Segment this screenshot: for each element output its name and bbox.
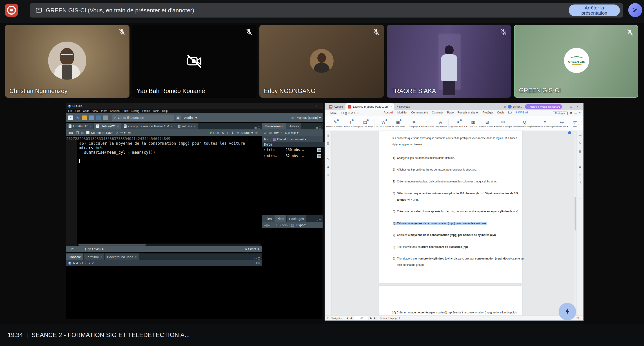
tab-untitled2[interactable]: RUntitled2*× [94, 123, 121, 129]
mobile-icon[interactable]: ▯ [504, 105, 506, 108]
ribbon-tab-accueil[interactable]: Accueil [384, 111, 393, 115]
thumbnails-icon[interactable]: ▤ [327, 142, 329, 145]
signin-label[interactable]: Se con... [513, 105, 522, 108]
share-button[interactable]: Partager [553, 111, 568, 115]
save-all-button[interactable] [96, 115, 101, 120]
collapse-ribbon-icon[interactable]: ⌃ [579, 111, 581, 115]
participant-tile[interactable]: Eddy NGONGANG [260, 25, 384, 98]
menu-item[interactable]: Plots [101, 109, 107, 113]
menu-button[interactable]: ☰ Menu [327, 111, 338, 115]
save-workspace-icon[interactable]: ▥ [269, 131, 272, 135]
source-on-save-checkbox[interactable] [86, 131, 90, 134]
file-type-selector[interactable]: R Script ⇕ [245, 247, 260, 251]
ribbon-ocr[interactable]: ▦OCR PDF [468, 119, 478, 128]
memory-usage[interactable]: 688 MiB ▾ [285, 131, 298, 135]
print-button[interactable] [103, 115, 108, 120]
ribbon-add-image[interactable]: ▤Ajouter une image [358, 119, 372, 128]
snapshot-icon[interactable]: ▭ [579, 189, 581, 192]
ribbon-insert-text[interactable]: TInsérer le texte [346, 119, 356, 128]
last-page-icon[interactable]: ▶| [374, 317, 376, 320]
quick-icons[interactable]: ❒ ▥ ⎙ ↺ ↻ ▾ [341, 111, 359, 115]
tab-environment[interactable]: Environment [262, 123, 286, 129]
scope-selector[interactable]: (Top Level) ⇕ [85, 247, 104, 251]
prev-page-icon[interactable]: ◀ [350, 317, 352, 320]
new-file-button[interactable]: + [68, 115, 73, 120]
plot-back-icon[interactable]: ◀ ▶ [264, 223, 270, 227]
pane-minmax-icons[interactable]: ▭ ❐ [316, 126, 322, 129]
down-icon[interactable]: ⬇ [232, 131, 234, 135]
open-file-button[interactable] [82, 115, 87, 120]
tab-plots[interactable]: Plots [274, 215, 286, 222]
stamp-icon[interactable]: ◆ [327, 165, 329, 169]
collapse-icon[interactable]: — [579, 134, 582, 137]
ribbon-text-box[interactable]: AZone de texte [436, 119, 446, 128]
pane-minmax-icons[interactable]: ▭ ❐ [316, 219, 322, 222]
import-dataset-icon[interactable]: ▦▾ [274, 131, 278, 135]
back-icon[interactable]: ◀ ▶ [68, 131, 74, 135]
tab-background-jobs[interactable]: Background Jobs× [105, 253, 139, 260]
account-avatar[interactable] [508, 105, 512, 108]
tab-console[interactable]: Console [66, 253, 83, 260]
ribbon-highlight[interactable]: ✏Surlignage ▾ [409, 119, 420, 128]
ribbon-tab-remplir-signer[interactable]: Remplir et signer [458, 111, 478, 115]
find-icon[interactable]: ⌕ [116, 131, 118, 135]
ribbon-edit-content[interactable]: ✎Modifier le contenu ▾ [328, 119, 343, 128]
rstudio-titlebar[interactable]: R RStudio – ❐ ✕ [66, 103, 322, 109]
new-project-button[interactable]: R [75, 115, 80, 120]
tab-corriger-exercice[interactable]: Rcorriger exercice Partie 1.R× [122, 123, 175, 129]
help-icon[interactable]: ? [579, 181, 581, 184]
ribbon-search-replace[interactable]: QRechercher et remplacer [516, 119, 533, 128]
menu-item[interactable]: Help [162, 109, 168, 113]
menu-item[interactable]: Tools [153, 109, 159, 113]
wps-home-tab[interactable]: W Accueil [326, 103, 346, 110]
recording-indicator[interactable] [5, 3, 18, 17]
save-button[interactable] [89, 115, 94, 120]
annotate-pen-button[interactable] [628, 3, 642, 17]
save-view-icon[interactable]: ▣ [579, 165, 581, 169]
page-number-input[interactable]: 1/2 [354, 316, 368, 320]
stop-presentation-button[interactable]: Arrêter la présentation [569, 4, 620, 16]
menu-item[interactable]: View [92, 109, 98, 113]
back-to-page-link[interactable]: Retour à la page 1 [380, 317, 400, 320]
ribbon-scroll-right-icon[interactable]: › [578, 121, 582, 125]
ribbon-tab-convertir[interactable]: Convertir [432, 111, 443, 115]
env-object-mtcars[interactable]: mtca… 32 obs. … [262, 153, 322, 159]
new-tab-button[interactable]: + Nouveau [397, 105, 410, 108]
window-controls[interactable]: – □ ✕ [565, 105, 580, 108]
menu-item[interactable]: Profile [142, 109, 150, 113]
tab-untitled1[interactable]: RUntitled1*× [66, 123, 94, 129]
tab-terminal[interactable]: Terminal× [84, 253, 104, 260]
document-scrollbar[interactable] [574, 132, 576, 314]
addins-menu[interactable]: Addins ▾ [184, 116, 197, 120]
clear-console-icon[interactable]: ⌫ [256, 262, 260, 265]
layers-icon[interactable]: ≡ [327, 173, 329, 176]
zoom-plot-icon[interactable]: ⌕ [276, 223, 278, 227]
upgrade-button[interactable]: ϟMettre à niveau maintenant [525, 104, 562, 109]
rerun-icon[interactable]: ↻ [222, 131, 224, 135]
menu-item[interactable]: Edit [75, 109, 80, 113]
ribbon-tab-modifier[interactable]: Modifier [398, 111, 407, 115]
r-version[interactable]: R 4.5.1 [73, 261, 83, 265]
pdf-document-area[interactable]: ▯▤▭✎◆≡ —✎▤✒▣◌?▭⋯ cet exercice fera l'obj… [325, 131, 583, 316]
source-button[interactable]: Source ▾ [240, 131, 253, 135]
annotation-icon[interactable]: ✎ [327, 157, 329, 161]
ribbon-pdf-to-word[interactable]: WDe PDF à Word ▾ [377, 119, 390, 128]
tab-history[interactable]: History [286, 123, 301, 129]
navigation-toggle-icon[interactable]: ▢ [327, 317, 329, 320]
more-icon[interactable]: ⋯ [579, 197, 582, 200]
ribbon-signature[interactable]: ✒Signature de PDF ▾ [451, 119, 465, 128]
environment-scope-selector[interactable]: Global Environment ▾ [277, 137, 306, 141]
edit-icon[interactable]: ✎ [579, 142, 581, 145]
more-icon[interactable]: ⋯ [574, 111, 577, 115]
run-button[interactable]: Run [213, 131, 219, 135]
env-object-iris[interactable]: iris 150 obs.… [262, 147, 322, 153]
pane-layout-icon[interactable]: ▦ [176, 115, 181, 120]
language-selector[interactable]: R ▾ [264, 137, 268, 141]
compile-report-icon[interactable]: ▤ [128, 131, 130, 135]
settings-icon[interactable]: ⚙ [570, 111, 572, 115]
sign-icon[interactable]: ✒ [579, 157, 581, 161]
project-menu[interactable]: ▦ Project: (None) ▾ [291, 116, 321, 120]
ribbon-pdf-to-photo[interactable]: ▣PDF vers photo [392, 119, 404, 128]
ribbon-tab-lot[interactable]: Lot [508, 111, 512, 115]
export-button[interactable]: Export [296, 223, 306, 227]
